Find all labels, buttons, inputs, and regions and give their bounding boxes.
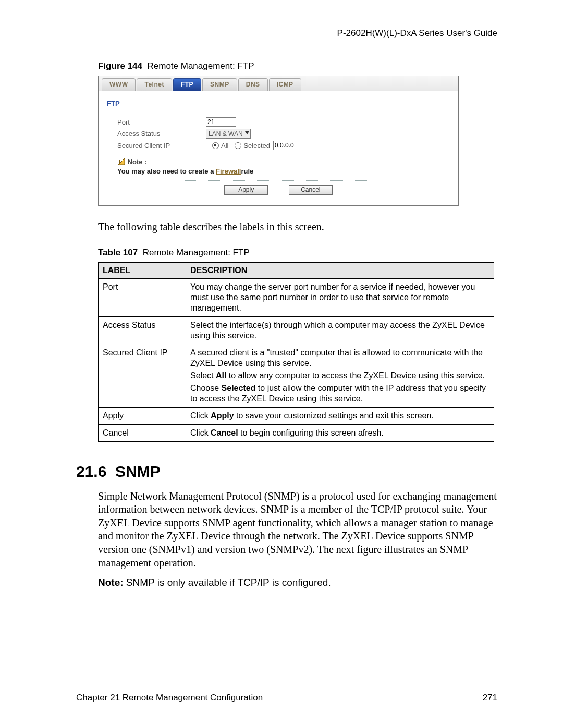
desc-para: Select All to allow any computer to acce… (190, 371, 489, 381)
cell-label: Port (99, 278, 186, 316)
cell-desc: Click Apply to save your customized sett… (186, 407, 494, 424)
note-block: Note : You may also need to create a Fir… (117, 157, 450, 175)
section-note-label: Note: (98, 577, 124, 588)
cancel-button[interactable]: Cancel (289, 185, 333, 195)
dotted-separator (185, 180, 372, 181)
note-msg-pre: You may also need to create a (117, 167, 216, 175)
radio-all-label: All (221, 142, 228, 150)
access-status-label: Access Status (117, 130, 206, 138)
th-description: DESCRIPTION (186, 262, 494, 278)
row-port: Port (117, 117, 450, 127)
desc-para: Choose Selected to just allow the comput… (190, 383, 489, 404)
figure-label: Figure 144 (98, 61, 142, 71)
footer-page-number: 271 (483, 693, 497, 703)
tab-snmp[interactable]: SNMP (202, 78, 237, 91)
secured-client-ip-label: Secured Client IP (117, 142, 206, 150)
tab-dns[interactable]: DNS (238, 78, 268, 91)
svg-marker-0 (118, 158, 125, 165)
tab-www[interactable]: WWW (102, 78, 136, 91)
apply-button[interactable]: Apply (224, 185, 268, 195)
panel-section-title: FTP (107, 100, 450, 107)
table-row: Secured Client IP A secured client is a … (99, 344, 494, 407)
table-row: Access Status Select the interface(s) th… (99, 316, 494, 344)
radio-selected[interactable] (235, 142, 241, 149)
section-heading: 21.6 SNMP (76, 463, 497, 480)
description-table: LABEL DESCRIPTION Port You may change th… (98, 262, 494, 442)
table-title: Remote Management: FTP (143, 248, 250, 257)
table-caption: Table 107 Remote Management: FTP (98, 248, 497, 258)
section-title: SNMP (115, 463, 161, 480)
table-row: Port You may change the server port numb… (99, 278, 494, 316)
table-label: Table 107 (98, 248, 138, 257)
router-screenshot: WWW Telnet FTP SNMP DNS ICMP FTP Port Ac… (98, 76, 459, 206)
cell-desc: A secured client is a "trusted" computer… (186, 344, 494, 407)
table-header-row: LABEL DESCRIPTION (99, 262, 494, 278)
cell-desc: Click Cancel to begin configuring this s… (186, 424, 494, 441)
page-footer: Chapter 21 Remote Management Configurati… (76, 688, 497, 703)
section-note: Note: SNMP is only available if TCP/IP i… (98, 577, 497, 588)
ftp-panel: FTP Port Access Status LAN & WAN Secured… (99, 91, 458, 205)
section-number: 21.6 (76, 463, 106, 480)
footer-chapter: Chapter 21 Remote Management Configurati… (76, 693, 263, 703)
port-label: Port (117, 118, 206, 126)
panel-divider (107, 112, 450, 112)
port-input[interactable] (206, 117, 236, 127)
note-message: You may also need to create a Firewallru… (117, 167, 253, 175)
tab-bar: WWW Telnet FTP SNMP DNS ICMP (99, 76, 458, 91)
row-access-status: Access Status LAN & WAN (117, 129, 450, 139)
cell-label: Secured Client IP (99, 344, 186, 407)
firewall-link[interactable]: Firewall (216, 167, 241, 175)
cell-label: Access Status (99, 316, 186, 344)
section-note-text: SNMP is only available if TCP/IP is conf… (124, 577, 331, 588)
radio-all[interactable] (212, 142, 219, 149)
row-secured-client-ip: Secured Client IP All Selected (117, 141, 450, 150)
radio-selected-label: Selected (243, 142, 270, 150)
cell-desc: Select the interface(s) through which a … (186, 316, 494, 344)
cell-desc: You may change the server port number fo… (186, 278, 494, 316)
table-row: Cancel Click Cancel to begin configuring… (99, 424, 494, 441)
tab-telnet[interactable]: Telnet (137, 78, 172, 91)
tab-icmp[interactable]: ICMP (269, 78, 301, 91)
cell-label: Cancel (99, 424, 186, 441)
figure-caption: Figure 144 Remote Management: FTP (98, 61, 497, 71)
intro-paragraph: The following table describes the labels… (98, 220, 497, 234)
tab-ftp[interactable]: FTP (173, 78, 201, 91)
header-rule (76, 44, 497, 44)
note-msg-post: rule (241, 167, 253, 175)
figure-title: Remote Management: FTP (148, 61, 254, 71)
note-label: Note : (128, 158, 147, 166)
desc-para: A secured client is a "trusted" computer… (190, 348, 489, 368)
access-status-select[interactable]: LAN & WAN (206, 129, 251, 139)
table-row: Apply Click Apply to save your customize… (99, 407, 494, 424)
note-icon (117, 157, 126, 167)
secured-ip-input[interactable] (273, 141, 322, 150)
cell-label: Apply (99, 407, 186, 424)
footer-rule (76, 688, 497, 688)
button-bar: Apply Cancel (107, 180, 450, 195)
svg-rect-1 (119, 160, 120, 163)
section-body: Simple Network Management Protocol (SNMP… (98, 490, 497, 570)
th-label: LABEL (99, 262, 186, 278)
running-header: P-2602H(W)(L)-DxA Series User's Guide (76, 28, 497, 39)
